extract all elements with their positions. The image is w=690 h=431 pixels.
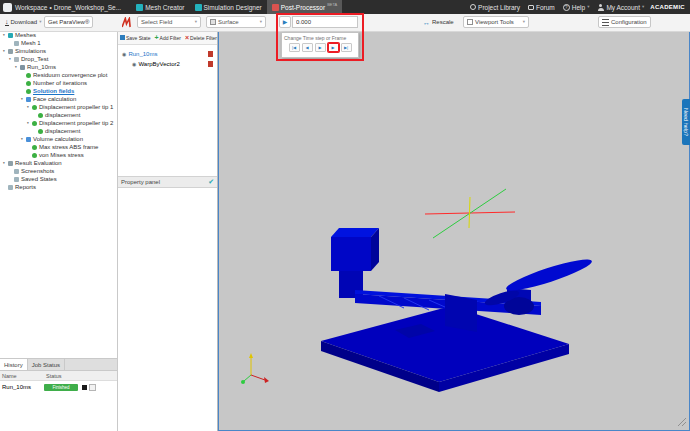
mesh-creator-icon bbox=[136, 4, 143, 11]
caret-down-icon[interactable]: ▾ bbox=[26, 105, 30, 109]
visibility-eye-icon[interactable]: ◉ bbox=[122, 52, 126, 57]
tree-item-residuum-convergence-plot[interactable]: Residuum convergence plot bbox=[0, 71, 117, 79]
orientation-axes-triad bbox=[241, 353, 269, 384]
time-input[interactable] bbox=[292, 16, 358, 28]
delete-run-icon[interactable] bbox=[89, 384, 96, 391]
tree-item-result-evaluation[interactable]: ▾Result Evaluation bbox=[0, 159, 117, 167]
menu-project-library[interactable]: Project Library bbox=[470, 4, 520, 11]
tree-item-max-stress-abs-frame[interactable]: Max stress ABS frame bbox=[0, 143, 117, 151]
tab-history[interactable]: History bbox=[0, 359, 28, 370]
get-paraview-button[interactable]: Get ParaView® bbox=[44, 16, 93, 28]
tree-item-number-of-iterations[interactable]: Number of iterations bbox=[0, 79, 117, 87]
drone-model[interactable] bbox=[321, 228, 594, 392]
caret-down-icon: ▾ bbox=[195, 20, 197, 25]
viewport-tools-dropdown[interactable]: Viewport Tools ▾ bbox=[463, 16, 529, 28]
tree-item-face-calculation[interactable]: ▾Face calculation bbox=[0, 95, 117, 103]
pipeline-item-warpbyvector2[interactable]: ◉WarpByVector2 bbox=[118, 59, 217, 69]
caret-down-icon[interactable]: ▾ bbox=[2, 33, 6, 37]
tree-item-mesh-1[interactable]: Mesh 1 bbox=[0, 39, 117, 47]
dot-icon bbox=[32, 121, 37, 126]
visibility-eye-icon[interactable]: ◉ bbox=[132, 62, 136, 67]
caret-down-icon[interactable]: ▾ bbox=[2, 49, 6, 53]
next-frame-button[interactable]: ▶ bbox=[328, 43, 339, 52]
history-row[interactable]: Run_10msFinished bbox=[0, 381, 117, 393]
configuration-button[interactable]: Configuration bbox=[598, 16, 651, 28]
tab-simulation-designer[interactable]: Simulation Designer bbox=[190, 0, 267, 14]
playback-buttons: |◀◀▶▶▶| bbox=[282, 43, 358, 52]
tree-item-saved-states[interactable]: Saved States bbox=[0, 175, 117, 183]
tree-item-screenshots[interactable]: Screenshots bbox=[0, 167, 117, 175]
tree-item-label: Run_10ms bbox=[27, 64, 56, 70]
filter-badge-icon[interactable] bbox=[208, 61, 213, 67]
tree-item-volume-calculation[interactable]: ▾Volume calculation bbox=[0, 135, 117, 143]
previous-frame-button[interactable]: ◀ bbox=[302, 43, 313, 52]
simulation-designer-icon bbox=[195, 4, 202, 11]
apply-check-icon[interactable]: ✔ bbox=[208, 178, 214, 186]
workspace-separator: • bbox=[49, 4, 51, 11]
stop-icon[interactable] bbox=[82, 385, 87, 390]
tree-item-reports[interactable]: Reports bbox=[0, 183, 117, 191]
viewport-resize-handle[interactable] bbox=[678, 418, 686, 426]
tree-item-label: Simulations bbox=[15, 48, 46, 54]
save-state-button[interactable]: Save State bbox=[120, 35, 150, 41]
tree-item-displacement-propeller-tip-1[interactable]: ▾Displacement propeller tip 1 bbox=[0, 103, 117, 111]
caret-down-icon[interactable]: ▾ bbox=[14, 65, 18, 69]
dot-icon bbox=[32, 105, 37, 110]
beta-badge: BETA bbox=[327, 2, 337, 7]
delete-filter-button[interactable]: × Delete Filter bbox=[185, 34, 217, 41]
tab-mesh-creator[interactable]: Mesh Creator bbox=[131, 0, 189, 14]
filter-badge-icon[interactable] bbox=[208, 51, 213, 57]
caret-down-icon: ▾ bbox=[523, 20, 525, 25]
tab-post-processor[interactable]: Post-ProcessorBETA bbox=[267, 0, 343, 14]
tree-item-displacement-propeller-tip-2[interactable]: ▾Displacement propeller tip 2 bbox=[0, 119, 117, 127]
caret-down-icon[interactable]: ▾ bbox=[2, 161, 6, 165]
tab-job-status[interactable]: Job Status bbox=[28, 359, 65, 370]
menu-forum[interactable]: Forum bbox=[528, 4, 555, 11]
tree-item-label: Meshes bbox=[15, 32, 36, 38]
add-filter-button[interactable]: + Add Filter bbox=[154, 34, 181, 41]
tab-label: Simulation Designer bbox=[204, 4, 262, 11]
tree-item-von-mises-stress[interactable]: von Mises stress bbox=[0, 151, 117, 159]
tree-item-meshes[interactable]: ▾Meshes bbox=[0, 31, 117, 39]
representation-label: Surface bbox=[218, 19, 239, 25]
filter-panel: Save State + Add Filter × Delete Filter … bbox=[118, 31, 218, 431]
tree-item-simulations[interactable]: ▾Simulations bbox=[0, 47, 117, 55]
history-header: NameStatus bbox=[0, 371, 117, 381]
topbar: Workspace • Drone_Workshop_Se... Mesh Cr… bbox=[0, 0, 690, 14]
app-logo-icon[interactable] bbox=[3, 3, 12, 12]
tree-item-drop-test[interactable]: ▾Drop_Test bbox=[0, 55, 117, 63]
caret-down-icon[interactable]: ▾ bbox=[8, 57, 12, 61]
app-root: Workspace • Drone_Workshop_Se... Mesh Cr… bbox=[0, 0, 690, 431]
representation-dropdown[interactable]: Surface ▾ bbox=[206, 16, 266, 28]
menu-my-account[interactable]: My Account▾ bbox=[597, 4, 644, 11]
column-header-status: Status bbox=[44, 373, 62, 379]
select-field-dropdown[interactable]: Select Field ▾ bbox=[137, 16, 201, 28]
rescale-icon: ↔ bbox=[423, 19, 430, 26]
last-frame-button[interactable]: ▶| bbox=[341, 43, 352, 52]
tree-item-displacement[interactable]: displacement bbox=[0, 127, 117, 135]
rescale-label: Rescale bbox=[432, 19, 454, 25]
caret-down-icon[interactable]: ▾ bbox=[26, 121, 30, 125]
caret-down-icon[interactable]: ▾ bbox=[20, 137, 24, 141]
play-button[interactable]: ▶ bbox=[315, 43, 326, 52]
pipeline-item-run-10ms[interactable]: ◉Run_10ms bbox=[118, 49, 217, 59]
workspace-label: Workspace bbox=[15, 4, 47, 11]
viewport-canvas[interactable] bbox=[219, 32, 689, 430]
workspace-breadcrumb[interactable]: Workspace • Drone_Workshop_Se... bbox=[15, 4, 121, 11]
rescale-button[interactable]: ↔ Rescale bbox=[420, 16, 457, 28]
menu-help[interactable]: Help▾ bbox=[563, 4, 590, 11]
caret-down-icon[interactable]: ▾ bbox=[20, 97, 24, 101]
time-play-button[interactable]: ▶ bbox=[279, 16, 291, 28]
download-button[interactable]: ↓ Download ▾ bbox=[2, 16, 44, 28]
viewport-tools-label: Viewport Tools bbox=[475, 19, 514, 25]
pipeline-item-label: Run_10ms bbox=[128, 51, 157, 57]
tree-item-displacement[interactable]: displacement bbox=[0, 111, 117, 119]
tree-item-run-10ms[interactable]: ▾Run_10ms bbox=[0, 63, 117, 71]
plan-badge: ACADEMIC bbox=[650, 4, 685, 10]
first-frame-button[interactable]: |◀ bbox=[289, 43, 300, 52]
tree-item-solution-fields[interactable]: Solution fields bbox=[0, 87, 117, 95]
property-panel-header: Property panel ✔ bbox=[118, 176, 217, 188]
need-help-tab[interactable]: Need help? bbox=[682, 99, 690, 145]
tree-item-label: Mesh 1 bbox=[21, 40, 41, 46]
viewport[interactable] bbox=[218, 31, 690, 431]
